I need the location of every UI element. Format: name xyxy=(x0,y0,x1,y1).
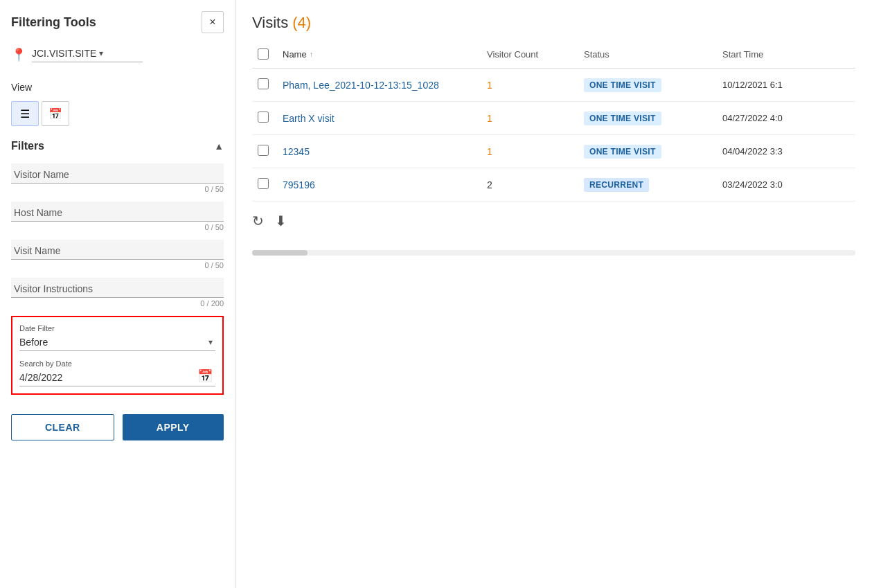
header-checkbox-col xyxy=(252,46,277,62)
calendar-view-button[interactable]: 📅 xyxy=(42,101,69,126)
chevron-up-icon[interactable]: ▲ xyxy=(214,141,224,152)
horizontal-scrollbar[interactable] xyxy=(252,250,855,256)
filters-label: Filters xyxy=(11,140,44,152)
visitor-name-filter: 0 / 50 xyxy=(11,163,224,202)
close-button[interactable]: × xyxy=(202,11,224,33)
visits-count: (4) xyxy=(292,14,311,32)
table-row: 12345 1 ONE TIME VISIT 04/04/2022 3:3 xyxy=(252,135,855,168)
row-3-count: 1 xyxy=(481,139,578,164)
chevron-down-icon: ▾ xyxy=(99,48,103,58)
date-filter-label: Date Filter xyxy=(19,324,215,332)
table-footer: ↻ ⬇ xyxy=(252,213,855,229)
row-checkbox-3 xyxy=(252,138,277,165)
row-2-name[interactable]: Earth X visit xyxy=(277,106,481,131)
row-1-status: ONE TIME VISIT xyxy=(578,71,717,99)
table-row: Pham, Lee_2021-10-12-13:15_1028 1 ONE TI… xyxy=(252,69,855,102)
list-icon: ☰ xyxy=(20,107,30,121)
table-header: Name ↑ Visitor Count Status Start Time xyxy=(252,46,855,69)
date-filter-dropdown-wrapper: Date Filter Before After On Between ▾ xyxy=(19,324,215,351)
status-badge: RECURRENT xyxy=(584,178,649,192)
scrollbar-thumb xyxy=(252,250,308,256)
search-date-input[interactable] xyxy=(19,369,215,386)
table-row: 795196 2 RECURRENT 03/24/2022 3:0 xyxy=(252,168,855,202)
visits-header: Visits (4) xyxy=(252,14,855,32)
row-4-status: RECURRENT xyxy=(578,171,717,199)
left-panel: Filtering Tools × 📍 JCI.VISIT.SITE ▾ Vie… xyxy=(0,0,235,588)
search-by-date-label: Search by Date xyxy=(19,359,215,368)
row-checkbox-1 xyxy=(252,71,277,98)
sort-icon: ↑ xyxy=(310,50,314,58)
row-1-time: 10/12/2021 6:1 xyxy=(717,73,855,97)
row-2-time: 04/27/2022 4:0 xyxy=(717,106,855,130)
host-name-filter: 0 / 50 xyxy=(11,202,224,240)
refresh-icon[interactable]: ↻ xyxy=(252,213,264,229)
apply-button[interactable]: APPLY xyxy=(123,414,224,440)
row-3-checkbox[interactable] xyxy=(258,145,269,156)
calendar-icon: 📅 xyxy=(48,107,62,121)
view-buttons: ☰ 📅 xyxy=(11,101,224,126)
visit-name-char-count: 0 / 50 xyxy=(11,261,224,269)
row-3-name[interactable]: 12345 xyxy=(277,139,481,164)
status-badge: ONE TIME VISIT xyxy=(584,145,661,159)
row-4-checkbox[interactable] xyxy=(258,178,269,189)
site-selector: 📍 JCI.VISIT.SITE ▾ xyxy=(11,47,224,68)
header-name[interactable]: Name ↑ xyxy=(277,46,481,62)
row-2-count: 1 xyxy=(481,106,578,131)
row-4-name[interactable]: 795196 xyxy=(277,172,481,197)
row-1-name[interactable]: Pham, Lee_2021-10-12-13:15_1028 xyxy=(277,73,481,98)
row-4-time: 03/24/2022 3:0 xyxy=(717,172,855,197)
action-buttons: CLEAR APPLY xyxy=(11,414,224,440)
row-1-count: 1 xyxy=(481,73,578,98)
table-row: Earth X visit 1 ONE TIME VISIT 04/27/202… xyxy=(252,102,855,135)
row-3-status: ONE TIME VISIT xyxy=(578,138,717,166)
view-label: View xyxy=(11,82,224,93)
visitor-name-char-count: 0 / 50 xyxy=(11,185,224,193)
panel-header: Filtering Tools × xyxy=(11,11,224,33)
row-2-checkbox[interactable] xyxy=(258,112,269,123)
header-visitor-count: Visitor Count xyxy=(481,46,578,62)
download-icon[interactable]: ⬇ xyxy=(275,213,287,229)
host-name-char-count: 0 / 50 xyxy=(11,223,224,231)
visitor-instructions-input[interactable] xyxy=(11,278,224,298)
visit-name-filter: 0 / 50 xyxy=(11,240,224,278)
visitor-instructions-filter: 0 / 200 xyxy=(11,278,224,316)
date-filter-select[interactable]: Before After On Between xyxy=(19,334,215,351)
calendar-picker-icon[interactable]: 📅 xyxy=(197,368,213,384)
row-3-time: 04/04/2022 3:3 xyxy=(717,139,855,163)
visits-title: Visits xyxy=(252,14,288,32)
visit-name-input[interactable] xyxy=(11,240,224,260)
header-start-time: Start Time xyxy=(717,46,855,62)
date-filter-section: Date Filter Before After On Between ▾ Se… xyxy=(11,316,224,395)
host-name-input[interactable] xyxy=(11,202,224,222)
list-view-button[interactable]: ☰ xyxy=(11,101,39,126)
right-panel: Visits (4) Name ↑ Visitor Count Status S… xyxy=(235,0,872,588)
site-name: JCI.VISIT.SITE xyxy=(32,48,96,59)
row-2-status: ONE TIME VISIT xyxy=(578,105,717,132)
row-checkbox-4 xyxy=(252,171,277,198)
filters-header: Filters ▲ xyxy=(11,140,224,152)
visitor-instructions-char-count: 0 / 200 xyxy=(11,299,224,308)
header-status: Status xyxy=(578,46,717,62)
visitor-name-input[interactable] xyxy=(11,163,224,184)
location-icon: 📍 xyxy=(11,47,26,62)
status-badge: ONE TIME VISIT xyxy=(584,112,661,125)
status-badge: ONE TIME VISIT xyxy=(584,78,661,92)
row-4-count: 2 xyxy=(481,172,578,197)
panel-title: Filtering Tools xyxy=(11,15,96,30)
row-checkbox-2 xyxy=(252,105,277,132)
site-dropdown[interactable]: JCI.VISIT.SITE ▾ xyxy=(32,48,143,62)
row-1-checkbox[interactable] xyxy=(258,78,269,89)
select-all-checkbox[interactable] xyxy=(258,48,269,60)
visits-table: Name ↑ Visitor Count Status Start Time P… xyxy=(252,46,855,256)
search-by-date-wrapper: Search by Date 📅 xyxy=(19,359,215,386)
clear-button[interactable]: CLEAR xyxy=(11,414,114,440)
